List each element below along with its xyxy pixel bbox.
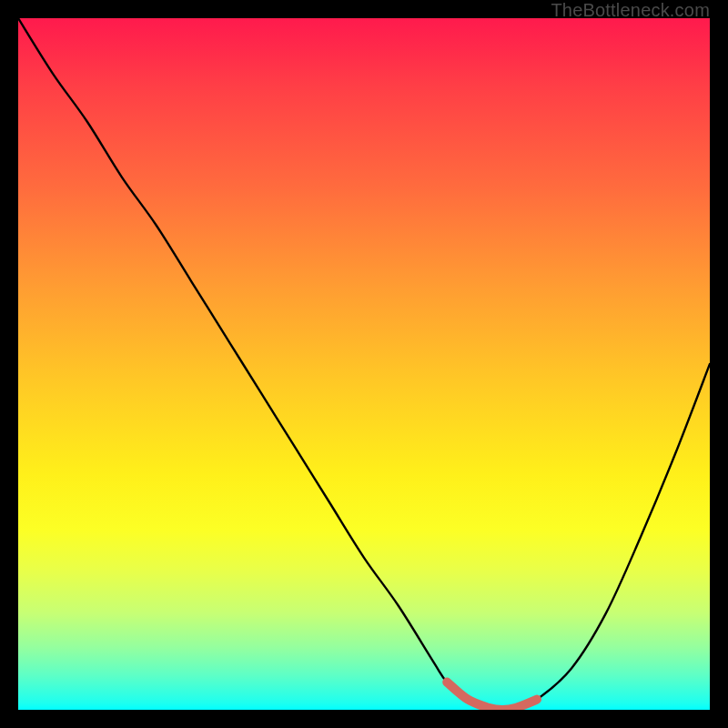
watermark-text: TheBottleneck.com [551,0,710,21]
chart-plot-area [18,18,710,710]
optimal-zone-highlight [447,682,537,710]
chart-frame: TheBottleneck.com [0,0,728,728]
bottleneck-curve [18,18,710,710]
chart-svg-layer [18,18,710,710]
